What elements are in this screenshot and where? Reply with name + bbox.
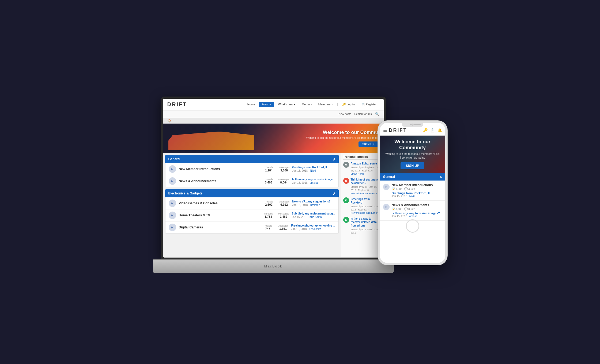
phone-notch <box>402 123 423 127</box>
latest-user-cam[interactable]: Kris Smith <box>309 228 321 231</box>
trending-avatar-1: N <box>343 178 349 184</box>
laptop-screen: DRIFT Home Forums What's new Media Membe… <box>163 99 384 258</box>
trending-tag-0[interactable]: Smart Home <box>351 173 382 175</box>
key-icon: 🔑 <box>342 103 346 106</box>
nav-media[interactable]: Media <box>299 102 315 107</box>
threads-label-cam: Threads <box>263 224 272 227</box>
latest-meta-vg: Jan 15, 2018 · Droidfan <box>292 204 335 206</box>
chevron-up-icon[interactable]: ∧ <box>333 157 335 161</box>
latest-user-vg[interactable]: Droidfan <box>310 204 320 206</box>
nav-register[interactable]: 📋 Register <box>359 102 379 107</box>
latest-title-cam[interactable]: Freelance photographer looking ... <box>291 224 335 227</box>
forum-name-news[interactable]: News & Announcements <box>179 179 262 183</box>
latest-meta-new-members: Jan 15, 2018 · Nikki <box>292 169 335 172</box>
laptop-brand-label: MacBook <box>153 260 394 273</box>
forum-name-home-theater[interactable]: Home Theaters & TV <box>179 213 261 217</box>
nav-members[interactable]: Members <box>316 102 335 107</box>
latest-title-new-members[interactable]: Greetings from Rockford, IL <box>292 166 335 169</box>
phone-category-general: General ∧ <box>380 173 445 181</box>
trending-content-0: Amazon Echo: some tip Started by Unforgi… <box>351 162 382 175</box>
phone-forum-name-0[interactable]: New Member Introductions <box>392 183 433 187</box>
phone-nav-icons: 🔑 📋 🔔 <box>423 128 442 132</box>
nav-whats-new[interactable]: What's new <box>275 102 298 107</box>
trending-item-1: N Thinking of starting a newsletter... S… <box>343 178 382 195</box>
trending-sidebar: Trending Threads U Amazon Echo: some tip… <box>341 153 384 257</box>
phone-latest-user-1[interactable]: amalia <box>409 215 417 218</box>
register-label: Register <box>366 103 377 106</box>
messages-value-cam: 1,651 <box>279 227 287 230</box>
forum-subnav: New posts Search forums 🔍 <box>163 110 384 118</box>
forum-name-new-members[interactable]: New Member Introductions <box>179 167 262 171</box>
new-posts-link[interactable]: New posts <box>339 113 351 116</box>
phone-clipboard-icon[interactable]: 📋 <box>430 128 435 132</box>
messages-label: Messages <box>278 166 289 169</box>
forum-latest-cam: Freelance photographer looking ... Jan 1… <box>291 224 335 231</box>
phone-forum-item-0: New Member Introductions 📝 1,284 💬 3,008… <box>380 181 445 201</box>
latest-user-ht[interactable]: Kris Smith <box>310 216 322 219</box>
phone-bottom-circle <box>380 221 445 231</box>
phone-content: General ∧ New Member Introductions 📝 1,2… <box>380 173 445 262</box>
trending-thread-title-3[interactable]: Is there a way to recover deleted data f… <box>351 217 382 227</box>
latest-meta-news: Jan 15, 2018 · amalia <box>292 181 335 184</box>
phone-banner: Welcome to our Community Wanting to join… <box>380 136 445 173</box>
trending-thread-title-1[interactable]: Thinking of starting a newsletter... <box>351 178 382 185</box>
latest-title-news[interactable]: Is there any way to resize image... <box>292 178 335 181</box>
trending-meta-0: Started by Unforgiven · Jan 15, 2018 · R… <box>351 166 382 173</box>
phone-latest-user-0[interactable]: Nikki <box>409 195 415 198</box>
nav-home[interactable]: Home <box>245 102 258 107</box>
home-indicator[interactable] <box>406 219 419 233</box>
hamburger-icon[interactable]: ☰ <box>383 128 387 133</box>
phone-latest-title-0[interactable]: Greetings from Rockford, IL <box>392 191 433 195</box>
search-icon[interactable]: 🔍 <box>375 112 379 116</box>
forum-stats-new-members: Threads 1,284 Messages 3,008 <box>264 166 289 172</box>
latest-date-ht: Jan 15, 2018 <box>292 216 307 219</box>
phone-bell-icon[interactable]: 🔔 <box>437 128 442 132</box>
scene: DRIFT Home Forums What's new Media Membe… <box>153 89 447 276</box>
messages-value-news: 8,064 <box>280 181 288 184</box>
trending-tag-2[interactable]: New Member Introduction <box>351 212 382 214</box>
search-forums-link[interactable]: Search forums <box>354 113 372 116</box>
latest-user-news[interactable]: amalia <box>310 181 318 184</box>
phone-threads-count-1: 📝 3,406 <box>392 208 402 210</box>
forum-stats-cam: Threads 747 Messages 1,651 <box>263 224 289 230</box>
forum-breadcrumb: 🏠 <box>163 118 384 124</box>
phone-signup-button[interactable]: SIGN UP <box>401 162 424 169</box>
forum-stat-threads-news: Threads 3,406 <box>264 178 273 184</box>
forum-name-video-games[interactable]: Video Games & Consoles <box>179 201 262 205</box>
trending-content-2: Greetings from Rockford Started by Kris … <box>351 197 382 214</box>
chevron-up-electronics-icon[interactable]: ∧ <box>333 191 335 196</box>
category-general: General ∧ New Member Introductions <box>165 155 339 187</box>
banner-subtitle: Wanting to join the rest of our members?… <box>306 136 378 139</box>
trending-thread-title-0[interactable]: Amazon Echo: some tip <box>351 162 382 165</box>
threads-label-vg: Threads <box>264 200 273 203</box>
trending-thread-title-2[interactable]: Greetings from Rockford <box>351 197 382 204</box>
phone-latest-title-1[interactable]: Is there any way to resize images? <box>392 212 440 215</box>
latest-title-vg[interactable]: New to VR...any suggestions? <box>292 200 335 203</box>
phone-forum-counts-1: 📝 3,406 💬 8,002 <box>392 208 440 210</box>
trending-meta-2: Started by Kris Smith · Jan 2018 · Repli… <box>351 205 382 212</box>
phone-forum-details-0: New Member Introductions 📝 1,284 💬 3,008… <box>392 183 433 198</box>
forum-latest-new-members: Greetings from Rockford, IL Jan 15, 2018… <box>292 166 335 172</box>
banner-signup-button[interactable]: SIGN UP <box>359 141 378 147</box>
nav-login[interactable]: 🔑 Log in <box>339 102 357 107</box>
threads-value-news: 3,406 <box>265 181 273 184</box>
threads-value-vg: 2,602 <box>265 203 273 206</box>
laptop: DRIFT Home Forums What's new Media Membe… <box>153 89 394 276</box>
forum-latest-vg: New to VR...any suggestions? Jan 15, 201… <box>292 200 335 206</box>
forum-main: General ∧ New Member Introductions <box>163 153 384 257</box>
phone-chevron-up-icon[interactable]: ∧ <box>440 175 442 179</box>
messages-value: 3,008 <box>280 169 288 172</box>
phone-forum-icon-0 <box>383 184 390 190</box>
home-breadcrumb[interactable]: 🏠 <box>167 119 171 122</box>
phone-key-icon[interactable]: 🔑 <box>423 128 428 132</box>
threads-label-news: Threads <box>264 178 273 181</box>
trending-avatar-3: K <box>343 217 349 223</box>
trending-tag-1[interactable]: News & Announcements <box>351 192 382 195</box>
latest-title-ht[interactable]: Sub died, any replacement sugg... <box>292 212 335 215</box>
trending-avatar-2: K <box>343 197 349 203</box>
latest-user[interactable]: Nikki <box>310 169 316 172</box>
nav-forums[interactable]: Forums <box>259 102 274 107</box>
trending-item-3: K Is there a way to recover deleted data… <box>343 217 382 235</box>
forum-name-cameras[interactable]: Digital Cameras <box>179 225 261 229</box>
phone-forum-name-1[interactable]: News & Announcements <box>392 203 440 207</box>
